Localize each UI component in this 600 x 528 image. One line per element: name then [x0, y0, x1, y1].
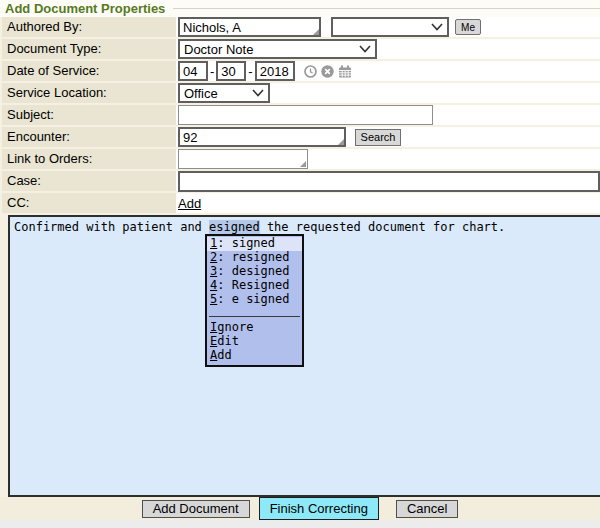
date-of-service-label: Date of Service: [2, 61, 176, 81]
chevron-down-icon [359, 45, 371, 53]
clear-icon[interactable] [321, 65, 334, 78]
cc-label: CC: [2, 193, 176, 213]
document-type-label: Document Type: [2, 39, 176, 59]
service-location-select[interactable]: Office [178, 83, 270, 103]
spell-ignore-item[interactable]: Ignore [207, 321, 302, 335]
menu-separator [209, 316, 300, 317]
document-text-area[interactable]: Confirmed with patient and esigned the r… [8, 215, 600, 497]
page-title: Add Document Properties [5, 1, 165, 16]
bottom-strip [0, 520, 600, 528]
service-location-value: Office [184, 86, 218, 101]
spell-add-item[interactable]: Add [207, 349, 302, 363]
spell-edit-item[interactable]: Edit [207, 335, 302, 349]
subject-input[interactable] [178, 105, 433, 125]
form-row-subject: Subject: [2, 105, 600, 125]
subject-label: Subject: [2, 105, 176, 125]
chevron-down-icon [252, 89, 264, 97]
link-to-orders-label: Link to Orders: [2, 149, 176, 169]
authored-by-label: Authored By: [2, 17, 176, 37]
form-row-date-of-service: Date of Service: - - [2, 61, 600, 81]
case-label: Case: [2, 171, 176, 191]
form-row-case: Case: [2, 171, 600, 191]
spell-suggestion-1[interactable]: 1: signed [207, 237, 302, 251]
spell-suggestion-5[interactable]: 5: e signed [207, 293, 302, 307]
form-row-cc: CC: Add [2, 193, 600, 213]
spell-suggestion-2[interactable]: 2: resigned [207, 251, 302, 265]
encounter-label: Encounter: [2, 127, 176, 147]
cc-add-link[interactable]: Add [178, 196, 201, 211]
properties-form: Authored By: Me Document Type: Doctor No… [0, 17, 600, 213]
misspelled-word-highlight[interactable]: esigned [209, 220, 260, 234]
document-type-value: Doctor Note [184, 42, 253, 57]
date-month-input[interactable] [178, 61, 208, 81]
chevron-down-icon [431, 23, 443, 31]
note-text-after: the requested document for chart. [260, 220, 506, 234]
finish-correcting-button[interactable]: Finish Correcting [259, 497, 379, 520]
authored-by-secondary-select[interactable] [331, 17, 449, 37]
service-location-label: Service Location: [2, 83, 176, 103]
spellcheck-menu: 1: signed 2: resigned 3: designed 4: Res… [205, 234, 304, 367]
case-input[interactable] [178, 171, 600, 192]
me-button[interactable]: Me [455, 19, 481, 35]
document-type-select[interactable]: Doctor Note [178, 39, 377, 59]
date-day-input[interactable] [216, 61, 246, 81]
cancel-button[interactable]: Cancel [396, 500, 458, 518]
spell-suggestion-4[interactable]: 4: Resigned [207, 279, 302, 293]
authored-by-input[interactable] [178, 17, 321, 37]
link-to-orders-input[interactable] [178, 149, 308, 169]
add-document-button[interactable]: Add Document [142, 500, 250, 518]
calendar-icon[interactable] [338, 65, 352, 78]
search-button[interactable]: Search [355, 129, 401, 146]
note-text-before: Confirmed with patient and [14, 220, 209, 234]
spell-suggestion-3[interactable]: 3: designed [207, 265, 302, 279]
form-row-encounter: Encounter: Search [2, 127, 600, 147]
form-row-authored-by: Authored By: Me [2, 17, 600, 37]
title-divider [173, 8, 600, 9]
form-row-document-type: Document Type: Doctor Note [2, 39, 600, 59]
date-year-input[interactable] [255, 61, 295, 81]
form-row-service-location: Service Location: Office [2, 83, 600, 103]
form-row-link-to-orders: Link to Orders: [2, 149, 600, 169]
footer-button-bar: Add Document Finish Correcting Cancel [0, 497, 600, 520]
page-header: Add Document Properties [0, 0, 600, 17]
clock-icon[interactable] [304, 65, 317, 78]
encounter-input[interactable] [178, 127, 346, 147]
